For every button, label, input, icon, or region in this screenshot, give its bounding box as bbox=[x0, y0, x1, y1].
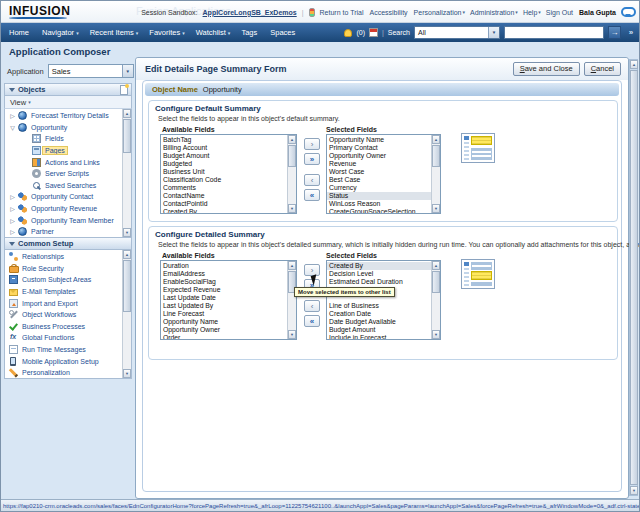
scroll-down-icon[interactable]: ▼ bbox=[432, 204, 440, 213]
move-all-left-button[interactable]: « bbox=[304, 189, 320, 201]
search-go-button[interactable]: → bbox=[608, 26, 621, 39]
list-item[interactable]: Duration bbox=[161, 262, 287, 270]
list-item[interactable]: Revenue bbox=[327, 160, 431, 168]
list-item[interactable]: WinLoss Reason bbox=[327, 200, 431, 208]
common-setup-item[interactable]: Relationships bbox=[5, 251, 122, 263]
list-item[interactable]: Created By bbox=[327, 262, 431, 270]
collapse-icon[interactable] bbox=[9, 242, 15, 249]
move-up-button[interactable] bbox=[446, 163, 455, 170]
list-item[interactable]: EmailAddress bbox=[161, 270, 287, 278]
available-fields-list[interactable]: BatchTagBilling AccountBudget AmountBudg… bbox=[160, 134, 297, 214]
list-item[interactable]: ContactName bbox=[161, 192, 287, 200]
list-item[interactable]: Expected Revenue bbox=[161, 286, 287, 294]
list-item[interactable]: Include in Forecast bbox=[327, 334, 431, 339]
scroll-down-icon[interactable]: ▼ bbox=[288, 330, 296, 339]
list-scrollbar[interactable]: ▲ ▼ bbox=[287, 135, 296, 213]
global-link[interactable]: Sign Out bbox=[546, 9, 574, 16]
cancel-button[interactable]: Cancel bbox=[584, 62, 621, 76]
scroll-down-icon[interactable]: ▼ bbox=[630, 486, 638, 495]
scroll-up-icon[interactable]: ▲ bbox=[288, 261, 296, 270]
global-link[interactable]: Administration▾ bbox=[470, 9, 518, 16]
nav-item[interactable]: Spaces bbox=[270, 28, 297, 37]
scroll-up-icon[interactable]: ▲ bbox=[432, 135, 440, 144]
move-down-button[interactable] bbox=[446, 301, 455, 308]
list-item[interactable]: Estimated Deal Duration bbox=[327, 278, 431, 286]
scroll-up-icon[interactable]: ▲ bbox=[288, 135, 296, 144]
list-item[interactable]: BatchTag bbox=[161, 136, 287, 144]
list-item[interactable]: Line Forecast bbox=[161, 310, 287, 318]
tree-item[interactable]: Saved Searches bbox=[5, 180, 122, 192]
nav-item[interactable]: Favorites▾ bbox=[149, 28, 184, 37]
move-selected-right-button[interactable]: › bbox=[304, 138, 320, 150]
tree-item[interactable]: ▷ Opportunity Revenue bbox=[5, 203, 122, 215]
move-all-right-button[interactable]: » bbox=[304, 153, 320, 165]
common-setup-item[interactable]: Custom Subject Areas bbox=[5, 274, 122, 286]
tree-item[interactable]: Actions and Links bbox=[5, 156, 122, 168]
common-setup-item[interactable]: Global Functions bbox=[5, 332, 122, 344]
nav-item[interactable]: Navigator▾ bbox=[42, 28, 79, 37]
tree-item[interactable]: Fields bbox=[5, 133, 122, 145]
scroll-thumb[interactable] bbox=[432, 271, 440, 293]
move-all-left-button[interactable]: « bbox=[304, 315, 320, 327]
list-item[interactable]: Best Case bbox=[327, 176, 431, 184]
list-item[interactable]: Last Updated By bbox=[161, 302, 287, 310]
common-setup-item[interactable]: Personalization bbox=[5, 367, 122, 378]
scroll-down-icon[interactable]: ▼ bbox=[123, 369, 131, 378]
expander-icon[interactable]: ▷ bbox=[9, 205, 16, 212]
list-item[interactable]: Date Budget Available bbox=[327, 318, 431, 326]
tree-item[interactable]: ▷ Partner bbox=[5, 226, 122, 237]
list-item[interactable]: Opportunity Owner bbox=[327, 152, 431, 160]
list-item[interactable]: Creation Date bbox=[327, 310, 431, 318]
tree-item[interactable]: Pages bbox=[5, 145, 122, 157]
search-input[interactable] bbox=[504, 26, 604, 39]
common-setup-item[interactable]: Role Security bbox=[5, 263, 122, 275]
list-item[interactable]: Opportunity Name bbox=[161, 318, 287, 326]
common-setup-item[interactable]: Business Processes bbox=[5, 321, 122, 333]
list-item[interactable]: Order bbox=[161, 334, 287, 339]
view-menu-button[interactable]: View bbox=[10, 98, 26, 107]
list-item[interactable]: Primary Contact bbox=[327, 144, 431, 152]
expander-icon[interactable]: ▷ bbox=[9, 112, 16, 119]
common-setup-item[interactable]: Run Time Messages bbox=[5, 344, 122, 356]
selected-fields-list[interactable]: Opportunity NamePrimary ContactOpportuni… bbox=[326, 134, 441, 214]
advanced-search-icon[interactable]: » bbox=[625, 26, 637, 39]
common-setup-scrollbar[interactable]: ▲ ▼ bbox=[122, 250, 131, 378]
list-item[interactable]: Line of Business bbox=[327, 302, 431, 310]
nav-item[interactable]: Tags bbox=[241, 28, 259, 37]
tree-item[interactable]: ▷ Opportunity Team Member bbox=[5, 214, 122, 226]
expander-icon[interactable]: ▷ bbox=[9, 193, 16, 200]
list-scrollbar[interactable]: ▲ ▼ bbox=[431, 135, 440, 213]
dropdown-arrow-icon[interactable]: ▼ bbox=[488, 27, 499, 38]
list-item[interactable]: Billing Account bbox=[161, 144, 287, 152]
expander-icon[interactable]: ▷ bbox=[9, 228, 16, 235]
common-setup-item[interactable]: Object Workflows bbox=[5, 309, 122, 321]
scroll-thumb[interactable] bbox=[432, 145, 440, 167]
list-scrollbar[interactable]: ▲ ▼ bbox=[431, 261, 440, 339]
list-item[interactable]: Created By bbox=[161, 208, 287, 213]
move-bottom-button[interactable] bbox=[446, 313, 455, 320]
list-item[interactable]: Budget Amount bbox=[161, 152, 287, 160]
move-bottom-button[interactable] bbox=[446, 187, 455, 194]
move-selected-left-button[interactable]: ‹ bbox=[304, 174, 320, 186]
list-item[interactable]: Business Unit bbox=[161, 168, 287, 176]
list-item[interactable]: Opportunity Owner bbox=[161, 326, 287, 334]
dropdown-arrow-icon[interactable]: ▼ bbox=[122, 65, 133, 77]
search-scope-select[interactable]: All ▼ bbox=[414, 26, 500, 39]
scroll-thumb[interactable] bbox=[123, 260, 131, 312]
list-item[interactable]: Opportunity Name bbox=[327, 136, 431, 144]
tree-item[interactable]: Server Scripts bbox=[5, 168, 122, 180]
nav-item[interactable]: Home bbox=[9, 28, 31, 37]
move-selected-left-button[interactable]: ‹ bbox=[304, 300, 320, 312]
move-selected-right-button[interactable]: › bbox=[304, 264, 320, 276]
list-item[interactable]: Budgeted bbox=[161, 160, 287, 168]
scroll-down-icon[interactable]: ▼ bbox=[123, 228, 131, 237]
notifications-bell-icon[interactable] bbox=[344, 29, 352, 37]
list-item[interactable]: ContactPointId bbox=[161, 200, 287, 208]
common-setup-item[interactable]: Import and Export bbox=[5, 297, 122, 309]
session-sandbox-link[interactable]: ApplCoreLongSB_ExDemos bbox=[203, 9, 297, 16]
list-item[interactable]: EnableSocialFlag bbox=[161, 278, 287, 286]
common-setup-panel-header[interactable]: Common Setup bbox=[4, 237, 132, 250]
global-link[interactable]: Accessibility bbox=[369, 9, 408, 16]
move-down-button[interactable] bbox=[446, 175, 455, 182]
scroll-down-icon[interactable]: ▼ bbox=[288, 204, 296, 213]
